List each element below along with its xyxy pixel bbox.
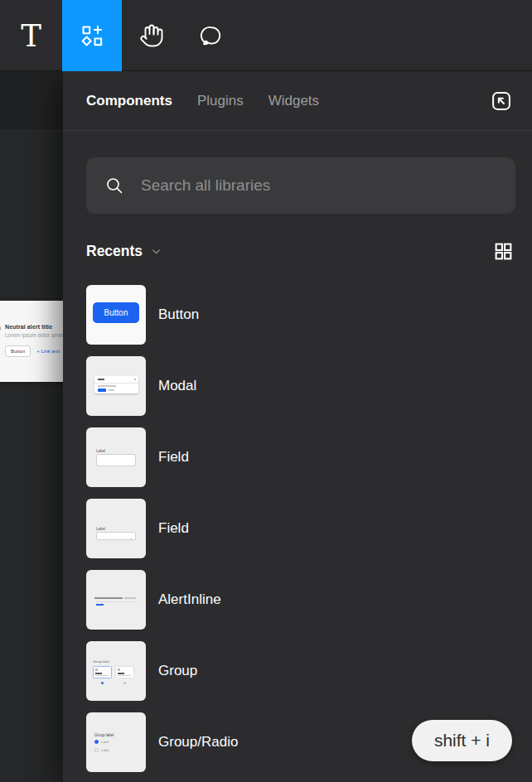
components-panel: Components Plugins Widgets Recents [63,71,532,782]
tab-components[interactable]: Components [86,93,172,109]
field-thumbnail: Label [86,427,146,487]
recents-dropdown[interactable]: Recents [86,243,162,260]
item-label: Button [158,307,199,323]
list-item-group[interactable]: Group label Group [86,641,509,701]
list-item-field-select[interactable]: Label ⌄ Field [86,499,509,558]
hand-icon [139,23,164,48]
panel-tabs: Components Plugins Widgets [63,71,532,131]
popout-panel-button[interactable] [489,89,514,113]
list-item-alertinline[interactable]: AlertInline [86,570,509,630]
toolbar: T [0,0,532,71]
components-icon [81,25,104,47]
chevron-down-icon [151,246,162,257]
modal-thumbnail [86,356,146,416]
info-icon [0,326,1,331]
item-label: Modal [158,378,196,394]
list-item-button[interactable]: Button Button [86,285,509,345]
item-label: Field [158,449,189,466]
search-input[interactable] [141,176,497,195]
item-label: Group [158,663,197,679]
comment-tool-button[interactable] [181,0,241,71]
text-tool-button[interactable]: T [0,0,62,71]
recents-label: Recents [86,243,143,260]
grid-view-toggle[interactable] [493,241,514,262]
text-icon: T [21,21,41,51]
popout-icon [490,89,513,113]
comment-icon [200,24,224,48]
canvas-top-shade [0,71,63,131]
alertinline-thumbnail [86,570,146,630]
canvas: Neutral alert title Lorem ipsum dolor am… [0,71,63,782]
tab-widgets[interactable]: Widgets [268,93,319,109]
item-label: AlertInline [158,591,221,608]
button-thumbnail: Button [86,285,146,345]
search-icon [104,176,124,196]
search-bar [86,157,515,214]
shortcut-text: shift + i [434,731,490,751]
hand-tool-button[interactable] [122,0,181,71]
alert-link: + Link text [36,349,60,354]
shortcut-hint-badge: shift + i [412,720,512,761]
components-list: Button Button Modal Label Field Label [63,285,532,782]
group-radio-thumbnail: Group label Label Label [86,712,146,772]
field-select-thumbnail: Label ⌄ [86,499,146,558]
assets-tool-button[interactable] [62,0,122,71]
group-thumbnail: Group label [86,641,146,701]
item-label: Field [158,520,189,537]
list-item-modal[interactable]: Modal [86,356,509,416]
alert-button: Button [5,345,31,357]
list-item-field-input[interactable]: Label Field [86,427,509,487]
grid-icon [493,241,514,262]
item-label: Group/Radio [158,734,238,751]
tab-plugins[interactable]: Plugins [197,93,244,109]
recents-header: Recents [86,241,514,262]
